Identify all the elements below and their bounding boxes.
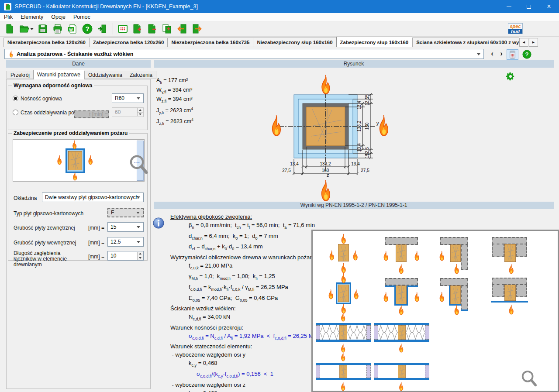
- fire-icon: [351, 250, 359, 261]
- svg-text:27,5: 27,5: [282, 168, 291, 173]
- close-button[interactable]: ×: [539, 0, 559, 13]
- gear-icon[interactable]: [506, 72, 515, 81]
- grubosc-wewnetrzna-select[interactable]: 12,5: [107, 237, 144, 247]
- subtab-4[interactable]: Założenia: [126, 71, 156, 79]
- option-unprotected-3-sides[interactable]: [396, 244, 407, 262]
- option-unprotected-4-sides[interactable]: [338, 244, 349, 261]
- fire-icon: [71, 140, 78, 149]
- option-wall-insulated-1-side[interactable]: [374, 323, 429, 342]
- fire-icon: [413, 251, 421, 261]
- svg-text:?: ?: [85, 25, 89, 32]
- subtab-2[interactable]: Warunki pożarowe: [33, 70, 84, 79]
- tab-element-3[interactable]: Niezabezpieczona belka 160x735: [167, 38, 253, 47]
- previous-analysis-button[interactable]: ‹: [488, 50, 496, 58]
- fire-icon: [397, 343, 405, 353]
- subtab-1[interactable]: Przekrój: [7, 71, 33, 79]
- save-button[interactable]: [37, 23, 49, 35]
- svg-text:27,5: 27,5: [361, 168, 369, 173]
- zaglebienie-label: Długość zagłębienia łączników w elemenci…: [14, 251, 79, 268]
- menu-pomoc[interactable]: Pomoc: [69, 14, 94, 20]
- fire-icon: [339, 273, 348, 283]
- option-wall-insulated-2-sides[interactable]: [316, 323, 371, 342]
- open-file-button[interactable]: [18, 23, 31, 35]
- fire-class-select[interactable]: R60: [112, 93, 144, 103]
- menu-plik[interactable]: Plik: [0, 14, 17, 20]
- option-wall-hollow-1-side[interactable]: [374, 363, 429, 380]
- analysis-select[interactable]: Analiza pożarowa - Ściskanie wzdłuż włók…: [4, 49, 484, 59]
- option-protected-1-side[interactable]: [504, 285, 516, 301]
- option-protected-3-sides[interactable]: [394, 285, 408, 306]
- dropdown-arrow-icon: [30, 28, 34, 30]
- element-manager-button[interactable]: [117, 23, 129, 35]
- app-icon: [4, 3, 11, 10]
- protected-section-preview: [66, 148, 85, 173]
- option-protected-4-sides[interactable]: [336, 282, 351, 304]
- czas-unit-label: t [min] =: [74, 110, 109, 118]
- fire-icon: [71, 172, 79, 181]
- option-wall-hollow-2-sides[interactable]: [316, 363, 371, 380]
- fire-icon: [507, 264, 515, 274]
- chevron-down-icon: [136, 212, 140, 214]
- fire-icon: [352, 289, 360, 299]
- help-button[interactable]: ?: [81, 23, 93, 35]
- tabs-scroll-left-button[interactable]: ◀: [519, 38, 528, 47]
- remove-element-button[interactable]: [146, 23, 159, 35]
- next-analysis-button[interactable]: ›: [497, 50, 505, 58]
- tabs-scroll-right-button[interactable]: ▶: [529, 38, 538, 47]
- tab-element-4[interactable]: Niezabezpieczony słup 160x160: [253, 38, 336, 47]
- add-element-button[interactable]: [131, 23, 144, 35]
- typ-plyt-select[interactable]: F: [107, 208, 144, 217]
- svg-text:133,2: 133,2: [320, 162, 331, 166]
- option-unprotected-1-side[interactable]: [504, 244, 516, 262]
- svg-text:13,4: 13,4: [351, 162, 360, 166]
- export-word-button[interactable]: W: [66, 23, 79, 35]
- exit-button[interactable]: [96, 23, 108, 35]
- fire-icon: [397, 264, 405, 274]
- fire-icon: [382, 251, 390, 261]
- fire-icon: [507, 304, 515, 315]
- section-properties: Afi = 177 cm²Wy,fi = 394 cm³Wz,fi = 394 …: [156, 77, 193, 127]
- radio-czas-pozaru[interactable]: [13, 110, 18, 115]
- fire-resistance-group: Wymagana odporność ogniowa Nośność ognio…: [8, 86, 148, 130]
- next-element-button[interactable]: [191, 23, 203, 35]
- zaglebienie-stepper[interactable]: 10: [107, 251, 144, 261]
- analysis-bar: Analiza pożarowa - Ściskanie wzdłuż włók…: [0, 47, 559, 60]
- protection-preview[interactable]: ...: [13, 139, 145, 182]
- section-property-line: Wz,fi = 394 cm³: [156, 96, 193, 105]
- svg-text:160: 160: [322, 168, 329, 173]
- fire-icon: [8, 50, 14, 58]
- protection-options-popup: [311, 230, 559, 392]
- print-button[interactable]: [52, 23, 64, 35]
- okladzina-select[interactable]: Dwie warstwy płyt gipsowo-kartonowych: [42, 193, 144, 202]
- czas-pozaru-stepper[interactable]: 60: [112, 107, 144, 117]
- help-icon[interactable]: ?: [522, 50, 531, 59]
- more-options-button[interactable]: ...: [131, 158, 143, 165]
- info-icon[interactable]: [153, 217, 164, 229]
- menu-elementy[interactable]: Elementy: [17, 14, 47, 20]
- typ-plyt-label: Typ płyt gipsowo-kartonowych: [14, 210, 83, 217]
- fire-icon: [86, 155, 94, 165]
- slab: [385, 237, 418, 245]
- option-unprotected-2-sides[interactable]: [450, 244, 461, 262]
- tab-element-6[interactable]: Ściana szkieletowa z słupkami 60x100 z w…: [412, 38, 519, 47]
- fire-icon: [268, 114, 285, 137]
- fire-icon: [438, 251, 446, 261]
- maximize-button[interactable]: [519, 0, 539, 13]
- previous-element-button[interactable]: [176, 23, 188, 35]
- tab-element-5[interactable]: Zabezpieczony słup 160x160: [336, 37, 413, 47]
- magnifier-icon[interactable]: ...: [128, 154, 148, 175]
- results-panel-header: Wyniki wg PN-EN 1995-1-2 / PN-EN 1995-1-…: [154, 202, 554, 209]
- tab-element-1[interactable]: Niezabezpieczona belka 120x260: [3, 38, 89, 47]
- menu-opcje[interactable]: Opcje: [47, 14, 69, 20]
- radio-nosnosc-ogniowa[interactable]: [13, 96, 18, 101]
- tab-element-2[interactable]: Zabezpieczona belka 120x260: [89, 38, 167, 47]
- option-protected-2-sides[interactable]: [449, 285, 461, 306]
- grubosc-zewnetrzna-select[interactable]: 15: [107, 222, 144, 232]
- minimize-button[interactable]: [499, 0, 519, 13]
- calculator-button[interactable]: [507, 49, 518, 60]
- new-file-button[interactable]: [3, 23, 16, 35]
- copy-element-button[interactable]: [161, 23, 173, 35]
- chevron-down-icon: [137, 241, 140, 243]
- subtab-3[interactable]: Oddziaływania: [84, 71, 126, 79]
- result-line: Efektywna głębokość zwęglenia:: [170, 213, 555, 221]
